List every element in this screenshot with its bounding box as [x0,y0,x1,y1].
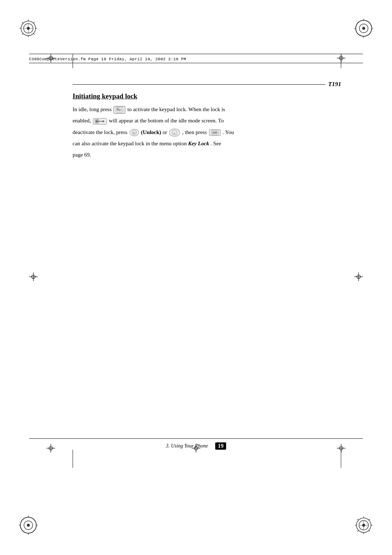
main-content: Initiating keypad lock In idle, long pre… [73,87,341,162]
t191-section: T191 [73,81,341,88]
key-lock-label: Key Lock [188,141,209,146]
unlock-label: (Unlock) [141,129,161,135]
svg-line-9 [33,22,34,23]
svg-marker-54 [103,120,105,122]
body-text: In idle, long press # to activate the ke… [73,105,341,159]
svg-line-8 [33,33,34,35]
menu-button-icon [209,129,221,136]
lock-enabled-icon [93,118,107,125]
para4-text: can also activate the keypad lock in the… [73,141,188,146]
paragraph-5: page 69. [73,151,341,159]
paragraph-3: deactivate the lock, press ●/ (Unlock) o… [73,128,341,137]
top-right-circle [354,19,373,39]
section-heading: Initiating keypad lock [73,92,341,100]
reg-cross-bottom-left-inner [46,444,55,454]
unlock-button-icon: ●/ [130,129,139,136]
guide-v-right-bottom [341,450,341,468]
svg-point-22 [27,524,30,527]
page: C300CompleteVersion.fm Page 19 Friday, A… [0,0,392,555]
svg-line-36 [369,519,370,520]
t191-line [73,84,325,85]
header-area: C300CompleteVersion.fm Page 19 Friday, A… [29,54,363,76]
footer-page-number: 19 [215,442,226,450]
reg-cross-mid-right [354,272,363,283]
svg-line-37 [358,530,359,531]
header-filename: C300CompleteVersion.fm Page 19 Friday, A… [29,56,363,63]
footer-chapter: 3. Using Your Phone [166,443,208,449]
header-line-top [29,54,363,54]
para2-text-mid: will appear at the bottom of the idle mo… [109,118,224,123]
para2-text-start: enabled, [73,118,92,123]
svg-text:c: c [174,131,176,135]
para3-text-end: . You [222,129,234,135]
reg-cross-mid-left [29,272,38,283]
paragraph-1: In idle, long press # to activate the ke… [73,105,341,114]
para4-end: . See [211,141,221,146]
paragraph-4: can also activate the keypad lock in the… [73,139,341,148]
t191-label: T191 [325,81,341,88]
bottom-left-circle [19,516,38,536]
guide-v-left-bottom [73,450,73,468]
para1-text-start: In idle, long press [73,106,113,112]
svg-point-15 [362,27,365,30]
svg-line-34 [358,519,359,520]
para3-text-start: deactivate the lock, press [73,129,129,135]
para3-then: , then press [182,129,208,135]
svg-line-10 [22,33,23,35]
header-line-bottom [29,63,363,63]
reg-cross-bottom-center [192,444,200,454]
top-left-starburst [19,19,38,39]
svg-line-35 [369,530,370,531]
bottom-right-starburst [354,516,373,536]
c-button-icon: c [169,129,180,137]
reg-cross-bottom-right-inner [337,444,346,454]
svg-point-52 [96,120,98,122]
svg-text:#: # [119,110,120,112]
section-heading-container: Initiating keypad lock [73,92,341,100]
svg-line-7 [22,22,23,23]
footer-line [29,438,363,439]
para3-or: or [163,129,168,135]
guide-v-right-top [341,54,341,68]
guide-v-left-top [73,54,73,68]
keypad-lock-icon: # [114,106,125,114]
svg-text:●/: ●/ [133,132,136,134]
paragraph-2: enabled, will appear at the bottom of th… [73,117,341,125]
para1-text-end: to activate the keypad lock. When the lo… [127,106,225,112]
